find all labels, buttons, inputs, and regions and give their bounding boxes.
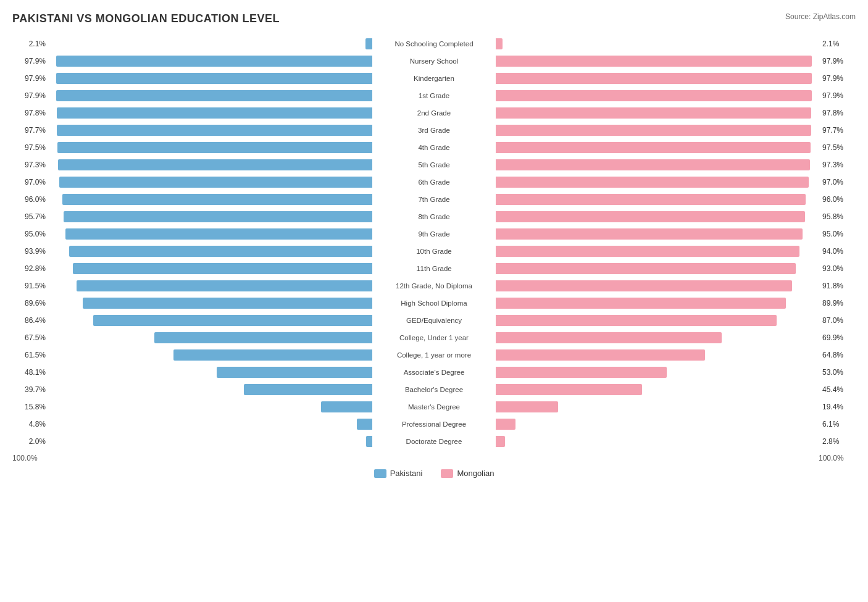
bar-pink (496, 384, 642, 395)
bar-label: 8th Grade (372, 213, 496, 220)
left-value: 95.7% (12, 212, 49, 221)
bar-label: Nursery School (372, 57, 496, 65)
right-value: 96.0% (819, 195, 856, 204)
bar-row: 15.8% Master's Degree 19.4% (12, 398, 856, 416)
bar-pink (496, 298, 786, 309)
bar-pink (496, 315, 777, 326)
bar-blue (366, 436, 372, 447)
right-value: 97.7% (819, 126, 856, 135)
bar-row: 97.9% Kindergarten 97.9% (12, 70, 856, 87)
bar-row: 67.5% College, Under 1 year 69.9% (12, 329, 856, 346)
bar-label: 1st Grade (372, 92, 496, 99)
bottom-left-label: 100.0% (12, 454, 49, 462)
right-bar-container (496, 398, 819, 416)
legend-pakistani-label: Pakistani (390, 469, 423, 478)
bar-pink (496, 228, 803, 240)
bar-row: 2.0% Doctorate Degree 2.8% (12, 433, 856, 450)
bar-pink (496, 436, 505, 447)
left-value: 2.0% (12, 437, 49, 446)
right-value: 97.5% (819, 143, 856, 152)
right-bar-container (496, 364, 819, 381)
bar-blue (62, 194, 372, 205)
bar-blue (57, 125, 372, 136)
left-bar-container (49, 173, 372, 191)
left-bar-container (49, 398, 372, 416)
bar-blue (173, 349, 372, 361)
left-value: 97.9% (12, 74, 49, 83)
bar-pink (496, 194, 806, 205)
left-bar-container (49, 52, 372, 70)
right-bar-container (496, 260, 819, 277)
bar-pink (496, 142, 811, 153)
left-value: 93.9% (12, 247, 49, 256)
left-value: 95.0% (12, 230, 49, 238)
right-value: 97.8% (819, 109, 856, 117)
bar-label: High School Diploma (372, 299, 496, 307)
bottom-labels: 100.0% 100.0% (12, 454, 856, 462)
bar-pink (496, 280, 792, 291)
bar-row: 97.5% 4th Grade 97.5% (12, 139, 856, 156)
left-bar-container (49, 191, 372, 208)
right-value: 97.3% (819, 161, 856, 169)
bar-label: 11th Grade (372, 265, 496, 272)
legend: Pakistani Mongolian (12, 469, 856, 478)
bar-label: GED/Equivalency (372, 317, 496, 324)
bar-blue (56, 90, 372, 101)
bar-blue (65, 228, 372, 240)
left-value: 15.8% (12, 403, 49, 411)
bar-pink (496, 419, 515, 430)
right-value: 87.0% (819, 316, 856, 325)
bar-label: 3rd Grade (372, 127, 496, 134)
bar-blue (69, 246, 372, 257)
right-value: 64.8% (819, 351, 856, 359)
left-value: 96.0% (12, 195, 49, 204)
left-bar-container (49, 208, 372, 225)
left-value: 97.3% (12, 161, 49, 169)
bar-pink (496, 211, 805, 222)
bar-row: 2.1% No Schooling Completed 2.1% (12, 35, 856, 52)
right-value: 45.4% (819, 385, 856, 394)
bar-pink (496, 56, 812, 67)
right-bar-container (496, 139, 819, 156)
bar-pink (496, 401, 558, 412)
bar-blue (244, 384, 372, 395)
left-bar-container (49, 225, 372, 243)
legend-blue-box (374, 469, 386, 478)
bar-blue (57, 107, 372, 119)
right-value: 93.0% (819, 264, 856, 273)
right-value: 69.9% (819, 333, 856, 342)
bar-label: College, Under 1 year (372, 334, 496, 341)
bar-blue (154, 332, 372, 343)
right-value: 91.8% (819, 282, 856, 290)
bar-blue (59, 177, 372, 188)
bar-label: 9th Grade (372, 230, 496, 238)
right-value: 97.9% (819, 91, 856, 100)
bar-label: Kindergarten (372, 75, 496, 82)
bar-row: 95.0% 9th Grade 95.0% (12, 225, 856, 243)
bar-blue (56, 56, 372, 67)
right-bar-container (496, 243, 819, 260)
bar-label: Doctorate Degree (372, 438, 496, 445)
bar-blue (83, 298, 372, 309)
left-bar-container (49, 295, 372, 312)
right-bar-container (496, 225, 819, 243)
left-bar-container (49, 156, 372, 173)
bar-label: Master's Degree (372, 403, 496, 411)
bar-label: 12th Grade, No Diploma (372, 282, 496, 290)
left-bar-container (49, 277, 372, 295)
left-value: 4.8% (12, 420, 49, 429)
bar-pink (496, 159, 810, 170)
left-bar-container (49, 243, 372, 260)
bar-row: 4.8% Professional Degree 6.1% (12, 416, 856, 433)
bar-label: Professional Degree (372, 420, 496, 428)
bar-pink (496, 38, 503, 49)
left-value: 97.8% (12, 109, 49, 117)
right-bar-container (496, 346, 819, 364)
bar-blue (217, 367, 372, 378)
bar-label: 7th Grade (372, 196, 496, 203)
bar-row: 48.1% Associate's Degree 53.0% (12, 364, 856, 381)
left-value: 67.5% (12, 333, 49, 342)
left-bar-container (49, 70, 372, 87)
right-bar-container (496, 156, 819, 173)
bar-blue (77, 280, 372, 291)
